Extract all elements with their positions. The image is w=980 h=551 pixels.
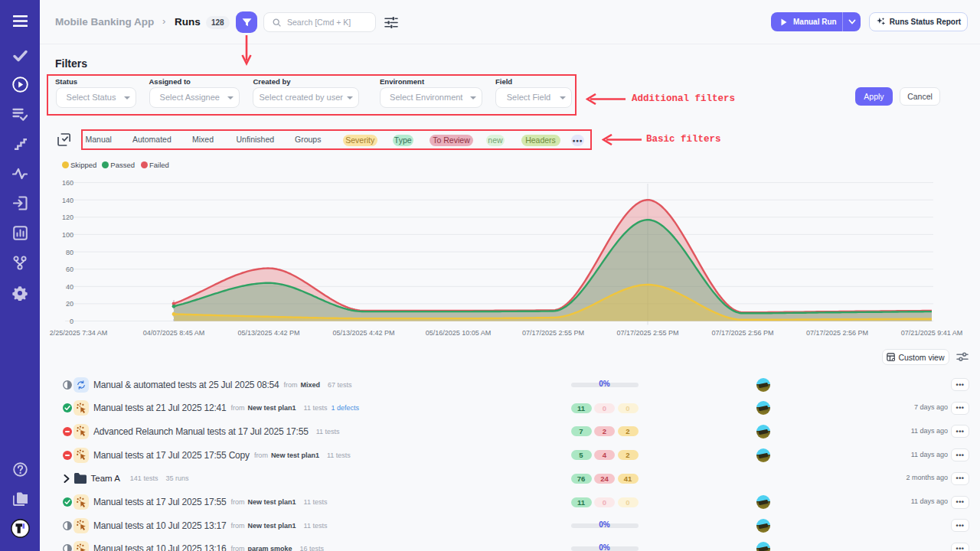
svg-text:80: 80 — [66, 249, 74, 256]
svg-text:07/17/2025 2:55 PM: 07/17/2025 2:55 PM — [522, 329, 584, 337]
svg-text:05/16/2025 10:05 AM: 05/16/2025 10:05 AM — [426, 329, 492, 337]
svg-text:05/13/2025 4:42 PM: 05/13/2025 4:42 PM — [237, 329, 299, 337]
svg-text:07/17/2025 2:55 PM: 07/17/2025 2:55 PM — [616, 329, 678, 337]
svg-text:07/17/2025 2:56 PM: 07/17/2025 2:56 PM — [806, 329, 868, 337]
svg-text:100: 100 — [62, 231, 74, 239]
svg-text:120: 120 — [62, 214, 74, 221]
svg-text:07/17/2025 2:56 PM: 07/17/2025 2:56 PM — [711, 329, 773, 337]
svg-text:20: 20 — [66, 300, 74, 308]
svg-text:2/25/2025 7:34 AM: 2/25/2025 7:34 AM — [50, 329, 108, 337]
svg-text:07/21/2025 9:41 AM: 07/21/2025 9:41 AM — [901, 329, 963, 337]
svg-text:0: 0 — [70, 318, 74, 325]
svg-text:60: 60 — [66, 266, 74, 273]
svg-text:04/07/2025 8:45 AM: 04/07/2025 8:45 AM — [143, 329, 205, 337]
svg-text:160: 160 — [62, 179, 74, 187]
svg-text:140: 140 — [62, 197, 74, 204]
svg-text:40: 40 — [66, 283, 74, 291]
svg-text:05/13/2025 4:42 PM: 05/13/2025 4:42 PM — [332, 329, 394, 337]
